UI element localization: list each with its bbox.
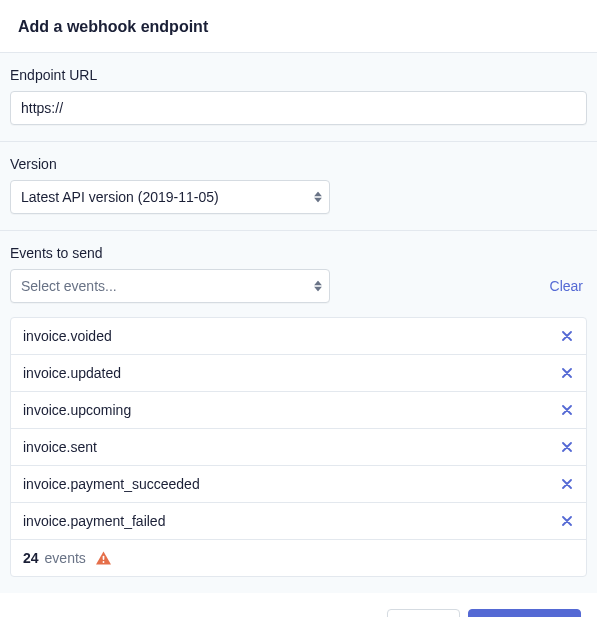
event-item-label: invoice.updated: [23, 365, 121, 381]
endpoint-url-label: Endpoint URL: [10, 67, 587, 83]
event-item: invoice.voided: [11, 318, 586, 355]
events-section: Events to send Select events... Clear in…: [0, 231, 597, 593]
add-endpoint-button[interactable]: Add endpoint: [468, 609, 581, 617]
events-select[interactable]: Select events...: [10, 269, 330, 303]
warning-icon: [96, 551, 111, 565]
version-select[interactable]: Latest API version (2019-11-05): [10, 180, 330, 214]
remove-event-button[interactable]: [560, 326, 574, 346]
event-item-label: invoice.sent: [23, 439, 97, 455]
version-label: Version: [10, 156, 587, 172]
close-icon: [562, 476, 572, 492]
cancel-button[interactable]: Cancel: [387, 609, 461, 617]
event-item: invoice.updated: [11, 355, 586, 392]
event-item-label: invoice.payment_failed: [23, 513, 165, 529]
event-list: invoice.voidedinvoice.updatedinvoice.upc…: [10, 317, 587, 577]
event-item-label: invoice.voided: [23, 328, 112, 344]
endpoint-section: Endpoint URL: [0, 53, 597, 142]
remove-event-button[interactable]: [560, 400, 574, 420]
event-item: invoice.upcoming: [11, 392, 586, 429]
remove-event-button[interactable]: [560, 437, 574, 457]
event-item: invoice.sent: [11, 429, 586, 466]
close-icon: [562, 439, 572, 455]
version-selected-value: Latest API version (2019-11-05): [21, 189, 219, 205]
version-section: Version Latest API version (2019-11-05): [0, 142, 597, 231]
event-item: invoice.payment_failed: [11, 503, 586, 540]
dialog-title: Add a webhook endpoint: [18, 18, 579, 36]
dialog-header: Add a webhook endpoint: [0, 0, 597, 53]
remove-event-button[interactable]: [560, 511, 574, 531]
event-item-label: invoice.payment_succeeded: [23, 476, 200, 492]
close-icon: [562, 402, 572, 418]
close-icon: [562, 365, 572, 381]
dialog-footer: Cancel Add endpoint: [0, 593, 597, 617]
remove-event-button[interactable]: [560, 363, 574, 383]
event-summary: 24events: [11, 540, 586, 576]
events-select-placeholder: Select events...: [21, 278, 117, 294]
event-item-label: invoice.upcoming: [23, 402, 131, 418]
close-icon: [562, 328, 572, 344]
svg-rect-0: [102, 556, 104, 560]
clear-events-link[interactable]: Clear: [550, 278, 587, 294]
event-count: 24: [23, 550, 39, 566]
event-item: invoice.payment_succeeded: [11, 466, 586, 503]
svg-point-1: [102, 561, 104, 563]
events-label: Events to send: [10, 245, 587, 261]
event-count-label: events: [45, 550, 86, 566]
close-icon: [562, 513, 572, 529]
endpoint-url-input[interactable]: [10, 91, 587, 125]
remove-event-button[interactable]: [560, 474, 574, 494]
